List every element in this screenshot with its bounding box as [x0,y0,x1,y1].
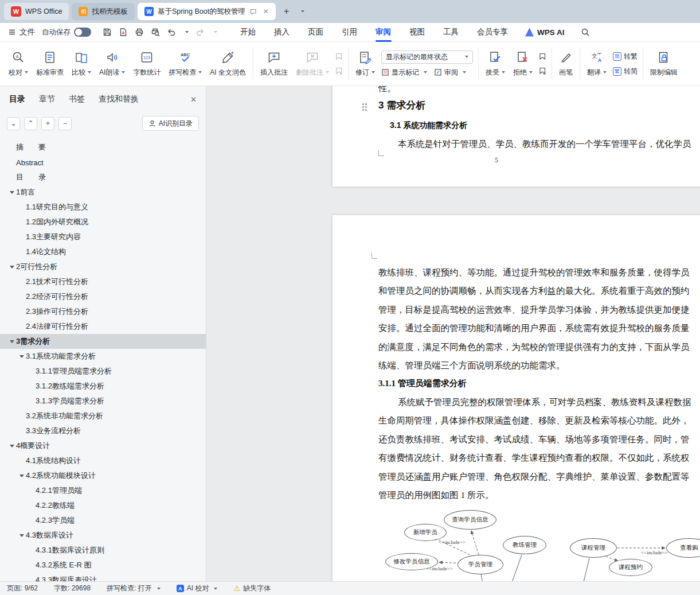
zoom-in-outline-button[interactable]: + [41,117,54,130]
translate-button[interactable]: 文 A 翻译 [583,44,611,84]
previous-change-icon[interactable] [538,52,547,61]
toc-item[interactable]: 2.1技术可行性分析 [0,274,206,289]
document-page-6[interactable]: 教练排班、课程预约、等功能。通过提升驾校的管理效率和服务质量，使得学员 和管理员… [333,215,700,581]
print-preview-button[interactable] [151,28,160,37]
document-page-5[interactable]: 性。 3 需求分析 3.1 系统功能需求分析 本系统是针对于管理员、学员、教练而… [333,86,700,186]
toc-item[interactable]: 2.4法律可行性分析 [0,319,206,334]
toc-item[interactable]: 摘 要 [0,140,206,155]
menu-item-wps-ai[interactable]: WPS AI [517,28,573,37]
toc-item[interactable]: 1.4论文结构 [0,244,206,259]
restrict-editing-button[interactable]: 限制编辑 [646,44,682,84]
tab-current-document[interactable]: W 基于Spring Boot的驾校管理 ✕ [138,3,276,20]
menu-item-insert[interactable]: 插入 [265,23,299,42]
undo-button[interactable] [167,28,176,37]
markup-state-select[interactable]: 显示标记的最终状态 [381,50,473,64]
tab-find-replace[interactable]: 查找和替换 [99,94,139,104]
spell-check-status[interactable]: 拼写检查: 打开 [107,584,161,593]
undo-dropdown[interactable] [183,31,189,33]
redo-dropdown[interactable] [212,31,217,33]
expander-icon[interactable] [8,438,16,453]
tab-bookmarks[interactable]: 书签 [69,94,85,104]
toc-item[interactable]: 4.1系统结构设计 [0,453,206,468]
proofread-button[interactable]: A 校对 [5,44,32,84]
expand-all-button[interactable]: ⌄ [7,117,20,130]
toc-item[interactable]: 4.3.3数据库表设计 [0,573,206,581]
tab-docer-templates[interactable]: 稻 找稻壳模板 [72,3,135,20]
tab-close-icon[interactable]: ✕ [263,7,269,15]
drag-handle-icon[interactable] [362,103,368,111]
page-indicator[interactable]: 页面: 9/62 [7,584,38,593]
toc-item[interactable]: 4.2.1管理员端 [0,483,206,498]
word-count-button[interactable]: 123 字数统计 [129,44,165,84]
menu-item-review[interactable]: 审阅 [366,23,400,42]
missing-font-warning[interactable]: ⚠ 缺失字体 [233,584,271,593]
autosave-toggle[interactable] [74,28,91,37]
word-count-indicator[interactable]: 字数: 29698 [54,584,91,593]
ink-brush-button[interactable]: 画笔 [555,44,577,84]
toc-item[interactable]: 4.3.1数据库设计原则 [0,543,206,558]
toc-item[interactable]: 3.1.3学员端需求分析 [0,394,206,409]
toc-item[interactable]: 3.3业务流程分析 [0,423,206,438]
toc-item[interactable]: 4.2.2教练端 [0,498,206,513]
toc-item[interactable]: 3.2系统非功能需求分析 [0,409,206,423]
toc-item[interactable]: 1.3主要研究内容 [0,230,206,244]
save-button[interactable] [103,28,112,37]
ai-read-aloud-button[interactable]: AI朗读 [95,44,129,84]
expander-icon[interactable] [18,468,26,483]
tab-wps-office[interactable]: W WPS Office [4,3,69,20]
toc-item[interactable]: 3.1.2教练端需求分析 [0,379,206,394]
toc-item[interactable]: 2可行性分析 [0,259,206,274]
toc-item[interactable]: 4.2系统功能模块设计 [0,468,206,483]
toc-item[interactable]: 1.2国内外研究概况 [0,215,206,230]
expander-icon[interactable] [18,349,26,364]
previous-comment-icon[interactable] [335,52,343,61]
delete-comment-button[interactable]: 删除批注 [292,44,333,84]
standard-review-button[interactable]: 标准审查 [32,44,68,84]
toc-item[interactable]: 目 录 [0,170,206,185]
toc-item[interactable]: 4概要设计 [0,438,206,453]
collapse-all-button[interactable]: ⌃ [24,117,37,130]
menu-item-tools[interactable]: 工具 [434,23,468,42]
traditional-to-simplified-button[interactable]: 繁 转简 [613,67,638,76]
toc-item[interactable]: 4.2.3学员端 [0,513,206,528]
toc-item-selected[interactable]: 3需求分析 [0,334,206,349]
track-changes-button[interactable]: 修订 [351,44,379,84]
tab-list-dropdown[interactable] [295,5,308,18]
zoom-out-outline-button[interactable]: − [58,117,72,130]
show-markup-button[interactable]: 显示标记 [381,68,427,77]
ai-recognize-toc-button[interactable]: AI识别目录 [142,116,199,131]
toc-item[interactable]: 1.1研究目的与意义 [0,200,206,215]
insert-comment-button[interactable]: 插入批注 [256,44,292,84]
search-button[interactable] [581,28,590,37]
toc-item[interactable]: 3.1.1管理员端需求分析 [0,364,206,379]
close-pane-icon[interactable]: ✕ [190,95,197,104]
ai-proofread-status[interactable]: A AI 校对 [177,584,218,593]
next-change-icon[interactable] [538,67,547,75]
menu-item-home[interactable]: 开始 [231,23,265,42]
tab-table-of-contents[interactable]: 目录 [9,94,25,104]
toc-item[interactable]: 4.3数据库设计 [0,528,206,543]
export-pdf-button[interactable] [119,28,128,37]
accept-change-button[interactable]: 接受 [482,44,509,84]
expander-icon[interactable] [8,185,16,200]
expander-icon[interactable] [18,528,26,543]
expander-icon[interactable] [8,334,16,349]
menu-item-membership[interactable]: 会员专享 [468,23,517,42]
toc-item[interactable]: 3.1系统功能需求分析 [0,349,206,364]
ai-polish-button[interactable]: AI 全文润色 [206,44,250,84]
spell-check-button[interactable]: ABC 拼写检查 [165,44,206,84]
toc-item[interactable]: 4.3.2系统 E-R 图 [0,558,206,573]
redo-button[interactable] [195,28,205,37]
next-comment-icon[interactable] [335,67,343,75]
reject-change-button[interactable]: 拒绝 [509,44,537,84]
menu-item-reference[interactable]: 引用 [333,23,366,42]
toc-item[interactable]: 2.2经济可行性分析 [0,289,206,304]
toc-item[interactable]: 2.3操作可行性分析 [0,304,206,319]
toc-item[interactable]: Abstract [0,155,206,170]
simplified-to-traditional-button[interactable]: 简 转繁 [613,52,638,61]
expander-icon[interactable] [8,259,16,274]
compare-button[interactable]: 比较 [68,44,95,84]
tab-chapters[interactable]: 章节 [39,94,55,104]
print-button[interactable] [135,28,144,37]
review-pane-button[interactable]: 审阅 [434,68,466,77]
